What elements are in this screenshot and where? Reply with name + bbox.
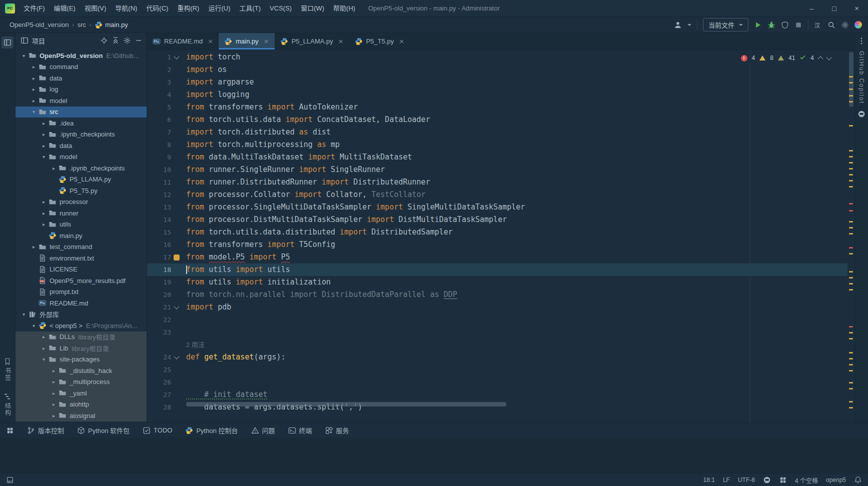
menu-u[interactable]: 运行(U): [204, 0, 235, 16]
run-button[interactable]: [754, 21, 762, 29]
gutter-line-20[interactable]: 20: [147, 288, 171, 301]
chevron-closed-icon[interactable]: ▸: [40, 143, 48, 148]
notifications-bell-icon[interactable]: [854, 476, 862, 484]
tree-item-openp5[interactable]: ▾< openp5 >E:\Programs\An...: [16, 320, 147, 332]
locate-file-icon[interactable]: [100, 36, 108, 44]
gutter-line-7[interactable]: 7: [147, 126, 171, 138]
search-everywhere-button[interactable]: [827, 21, 835, 29]
tool-window-button-item-6[interactable]: 服务: [325, 426, 349, 435]
gutter-line-18[interactable]: 18: [147, 264, 171, 276]
tree-item-environment-txt[interactable]: environment.txt: [16, 252, 147, 264]
gutter-line-9[interactable]: 9: [147, 151, 171, 164]
tree-item-src[interactable]: ▾src: [16, 106, 147, 118]
tool-window-button-item-0[interactable]: 版本控制: [27, 426, 64, 435]
tree-item-model[interactable]: ▸model: [16, 95, 147, 106]
close-button[interactable]: ×: [845, 0, 868, 16]
tree-item-processor[interactable]: ▸processor: [16, 196, 147, 208]
menu-t[interactable]: 工具(T): [235, 0, 265, 16]
tree-item-multiprocess[interactable]: ▸_multiprocess: [16, 376, 147, 388]
gutter-line-17[interactable]: 17: [147, 251, 171, 264]
tab-main-py[interactable]: main.py×: [219, 33, 274, 50]
gutter-line-14[interactable]: 14: [147, 214, 171, 226]
menu-r[interactable]: 重构(R): [173, 0, 204, 16]
previous-highlight-chevron-icon[interactable]: [817, 56, 823, 62]
tree-item-yaml[interactable]: ▸_yaml: [16, 388, 147, 399]
gutter-line-5[interactable]: 5: [147, 101, 171, 114]
gutter-line-2[interactable]: 2: [147, 64, 171, 76]
project-tool-button[interactable]: [2, 36, 14, 48]
more-options-icon[interactable]: [857, 37, 865, 45]
menu-n[interactable]: 导航(N): [111, 0, 142, 16]
breadcrumb-main-py[interactable]: main.py: [93, 20, 130, 30]
panel-options-gear-icon[interactable]: [123, 36, 131, 44]
structure-tool-button[interactable]: 结构: [4, 392, 12, 416]
gutter-line-3[interactable]: 3: [147, 76, 171, 88]
tab-close-icon[interactable]: ×: [338, 38, 344, 45]
gutter-line-24[interactable]: 24: [147, 351, 171, 364]
menu-v[interactable]: 视图(V): [80, 0, 111, 16]
chevron-closed-icon[interactable]: ▸: [50, 379, 58, 384]
chevron-closed-icon[interactable]: ▸: [50, 166, 58, 171]
vertical-scrollbar-thumb[interactable]: [849, 52, 853, 107]
chevron-closed-icon[interactable]: ▸: [40, 120, 48, 126]
chevron-closed-icon[interactable]: ▸: [40, 346, 48, 351]
gutter-line-12[interactable]: 12: [147, 188, 171, 201]
gutter-line-10[interactable]: 10: [147, 164, 171, 176]
tree-item-dlls[interactable]: ▸DLLslibrary根目录: [16, 332, 147, 343]
usages-inlay-hint[interactable]: 2 用法: [182, 338, 205, 351]
chevron-closed-icon[interactable]: ▸: [30, 64, 38, 70]
gutter-line-26[interactable]: 26: [147, 376, 171, 388]
tab-readme-md[interactable]: README.md×: [147, 33, 219, 50]
fold-chevron-icon[interactable]: [174, 54, 179, 59]
bookmarks-tool-button[interactable]: 书签: [4, 358, 12, 382]
layout-icon[interactable]: [6, 476, 14, 484]
tool-window-button-python[interactable]: Python 控制台: [185, 426, 238, 435]
menu-f[interactable]: 文件(F): [19, 0, 50, 16]
indent-indicator[interactable]: 4 个空格: [795, 476, 818, 484]
chevron-closed-icon[interactable]: ▸: [30, 98, 38, 104]
copilot-status-icon[interactable]: [763, 476, 771, 484]
stop-button[interactable]: [794, 21, 802, 29]
tree-item-log[interactable]: ▸log: [16, 84, 147, 96]
tree-item-site-packages[interactable]: ▾site-packages: [16, 354, 147, 366]
tree-item-main-py[interactable]: main.py: [16, 230, 147, 242]
code-editor[interactable]: 1import torch2import os3import argparse4…: [147, 50, 854, 422]
gutter-line-11[interactable]: 11: [147, 176, 171, 188]
menu-w[interactable]: 窗口(W): [296, 0, 329, 16]
chevron-open-icon[interactable]: ▾: [40, 356, 48, 362]
chevron-closed-icon[interactable]: ▸: [50, 390, 58, 396]
tree-item-p5-llama-py[interactable]: P5_LLAMA.py: [16, 174, 147, 186]
fold-chevron-icon[interactable]: [174, 304, 179, 309]
hide-panel-icon[interactable]: [135, 36, 143, 44]
chevron-open-icon[interactable]: ▾: [40, 154, 48, 160]
settings-button[interactable]: [841, 21, 849, 29]
tool-window-button-item-5[interactable]: 终端: [288, 426, 312, 435]
tree-item-distutils-hack[interactable]: ▸_distutils_hack: [16, 365, 147, 376]
gutter-line-28[interactable]: 28: [147, 401, 171, 414]
chevron-open-icon[interactable]: ▾: [20, 53, 28, 58]
next-highlight-chevron-icon[interactable]: [826, 54, 831, 60]
encoding-indicator[interactable]: UTF-8: [738, 476, 755, 484]
tool-window-button-todo[interactable]: TODO: [143, 426, 172, 434]
maximize-button[interactable]: □: [823, 0, 845, 16]
tree-item-openp5-old-version[interactable]: ▾OpenP5-old_versionE:\Github...: [16, 50, 147, 62]
tree-item-utils[interactable]: ▸utils: [16, 219, 147, 230]
chevron-closed-icon[interactable]: ▸: [40, 334, 48, 340]
tool-window-button-item-4[interactable]: 问题: [251, 426, 275, 435]
gutter-line-19[interactable]: 19: [147, 276, 171, 288]
gutter-line-25[interactable]: 25: [147, 364, 171, 376]
tool-window-switcher-icon[interactable]: [6, 426, 14, 434]
tree-item-ipynb-checkpoints[interactable]: ▸.ipynb_checkpoints: [16, 162, 147, 174]
bookmark-icon[interactable]: [174, 254, 180, 260]
interpreter-indicator[interactable]: openp5: [826, 476, 846, 484]
gutter-line-27[interactable]: 27: [147, 388, 171, 401]
tree-item-lib[interactable]: ▸Liblibrary根目录: [16, 342, 147, 354]
tree-item-license[interactable]: LICENSE: [16, 264, 147, 276]
gutter-line-15[interactable]: 15: [147, 226, 171, 238]
tab-close-icon[interactable]: ×: [264, 38, 269, 45]
chevron-open-icon[interactable]: ▾: [20, 312, 28, 317]
tree-item-data[interactable]: ▸data: [16, 72, 147, 84]
tree-item-ipynb-checkpoints[interactable]: ▸.ipynb_checkpoints: [16, 129, 147, 140]
plugin-status-icon[interactable]: [779, 476, 787, 484]
chevron-closed-icon[interactable]: ▸: [40, 132, 48, 137]
